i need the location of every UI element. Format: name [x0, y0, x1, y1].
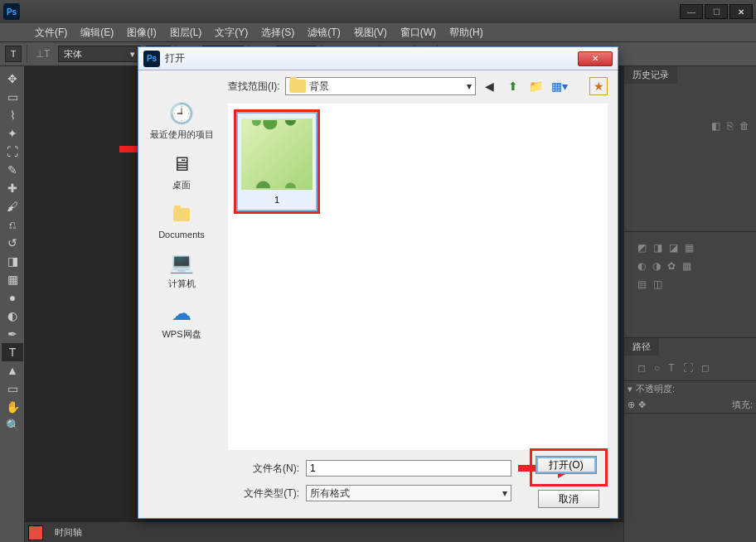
- create-document-icon[interactable]: ⎘: [727, 120, 733, 132]
- blur-tool[interactable]: ●: [2, 288, 23, 307]
- fill-label: 填充:: [732, 399, 753, 411]
- foreground-color-swatch[interactable]: [28, 525, 43, 540]
- chevron-down-icon: ▾: [467, 80, 472, 92]
- window-maximize-button[interactable]: ☐: [705, 4, 728, 19]
- recent-icon: 🕘: [167, 100, 196, 127]
- right-panels: 历史记录 ◧ ⎘ 🗑 ◩ ◨ ◪ ▦ ◐ ◑ ✿ ▦: [623, 66, 756, 542]
- menu-type[interactable]: 文字(Y): [208, 23, 254, 41]
- adjustment-icon[interactable]: ◑: [652, 260, 661, 272]
- menu-view[interactable]: 视图(V): [347, 23, 394, 41]
- adjustment-icon[interactable]: ▦: [682, 260, 691, 272]
- app-titlebar: Ps — ☐ ✕: [0, 0, 756, 23]
- opacity-label: 不透明度:: [636, 383, 675, 395]
- new-folder-button[interactable]: 📁: [527, 77, 545, 95]
- documents-icon: [167, 201, 196, 228]
- menu-window[interactable]: 窗口(W): [394, 23, 443, 41]
- place-desktop[interactable]: 🖥 桌面: [167, 151, 196, 191]
- folder-icon: [289, 80, 306, 93]
- open-button[interactable]: 打开(O): [536, 456, 597, 474]
- thumbnail-preview: [241, 119, 313, 190]
- history-panel-tab[interactable]: 历史记录: [624, 66, 677, 84]
- adjustment-icon[interactable]: ◩: [637, 242, 647, 254]
- up-button[interactable]: ⬆: [504, 77, 522, 95]
- lock-icon[interactable]: ✥: [638, 399, 646, 410]
- adjustment-icon[interactable]: ✿: [667, 260, 676, 272]
- place-computer[interactable]: 💻 计算机: [167, 249, 196, 290]
- path-icon[interactable]: ⛶: [683, 362, 693, 374]
- dialog-title: 打开: [165, 51, 185, 65]
- path-icon[interactable]: T: [668, 362, 674, 374]
- path-icon[interactable]: ○: [654, 362, 660, 374]
- menu-select[interactable]: 选择(S): [254, 23, 301, 41]
- menu-layer[interactable]: 图层(L): [163, 23, 209, 41]
- dodge-tool[interactable]: ◐: [2, 307, 23, 325]
- shape-tool[interactable]: ▭: [2, 380, 23, 398]
- crop-tool[interactable]: ⛶: [2, 143, 23, 161]
- marquee-tool[interactable]: ▭: [2, 88, 23, 106]
- thumbnail-label: 1: [241, 191, 313, 206]
- adjustment-icon[interactable]: ◨: [653, 242, 662, 254]
- window-minimize-button[interactable]: —: [680, 4, 703, 19]
- lasso-tool[interactable]: ⌇: [2, 106, 23, 124]
- menu-help[interactable]: 帮助(H): [443, 23, 490, 41]
- chevron-down-icon: ▾: [502, 487, 507, 499]
- new-snapshot-icon[interactable]: ◧: [711, 120, 720, 132]
- type-tool[interactable]: T: [2, 343, 23, 361]
- filename-input[interactable]: [306, 460, 511, 477]
- file-list[interactable]: 1: [228, 104, 608, 450]
- filename-label: 文件名(N):: [228, 462, 299, 476]
- back-button[interactable]: ◀: [481, 77, 499, 95]
- menu-filter[interactable]: 滤镜(T): [301, 23, 346, 41]
- paths-panel-tab[interactable]: 路径: [624, 338, 659, 356]
- adjustment-icon[interactable]: ◫: [653, 278, 662, 290]
- tools-panel: ✥ ▭ ⌇ ✦ ⛶ ✎ ✚ 🖌 ⎌ ↺ ◨ ▦ ● ◐ ✒ T ▲ ▭ ✋ 🔍: [0, 66, 25, 542]
- menu-edit[interactable]: 编辑(E): [74, 23, 120, 41]
- dialog-close-button[interactable]: ✕: [578, 51, 613, 66]
- filetype-label: 文件类型(T):: [228, 486, 299, 501]
- orientation-toggle-icon[interactable]: ⊥T: [32, 48, 53, 60]
- menu-file[interactable]: 文件(F): [28, 23, 74, 41]
- hand-tool[interactable]: ✋: [2, 398, 23, 416]
- annotation-box-open-button: 打开(O): [530, 448, 608, 486]
- view-menu-button[interactable]: ▦▾: [550, 77, 569, 95]
- filetype-select[interactable]: 所有格式▾: [306, 485, 511, 501]
- brush-tool[interactable]: 🖌: [2, 197, 23, 215]
- menu-image[interactable]: 图像(I): [120, 23, 162, 41]
- favorite-button[interactable]: ★: [589, 77, 608, 95]
- path-icon[interactable]: ◻: [637, 362, 646, 374]
- file-thumbnail-selected[interactable]: 1: [234, 109, 320, 214]
- eyedropper-tool[interactable]: ✎: [2, 161, 23, 179]
- delete-state-icon[interactable]: 🗑: [739, 120, 749, 132]
- menu-bar: 文件(F) 编辑(E) 图像(I) 图层(L) 文字(Y) 选择(S) 滤镜(T…: [0, 23, 756, 41]
- adjustment-icon[interactable]: ◪: [669, 242, 678, 254]
- place-recent[interactable]: 🕘 最近使用的项目: [150, 100, 214, 141]
- magic-wand-tool[interactable]: ✦: [2, 124, 23, 143]
- open-dialog: Ps 打开 ✕ 🕘 最近使用的项目 🖥 桌面 Documents 💻 计算机 ☁: [138, 46, 618, 519]
- gradient-tool[interactable]: ▦: [2, 270, 23, 288]
- path-icon[interactable]: ◻: [701, 362, 710, 374]
- timeline-label: 时间轴: [55, 526, 82, 539]
- eraser-tool[interactable]: ◨: [2, 252, 23, 270]
- cancel-button[interactable]: 取消: [538, 490, 599, 508]
- place-documents[interactable]: Documents: [158, 201, 205, 240]
- app-logo: Ps: [3, 3, 20, 20]
- cloud-icon: ☁: [167, 300, 196, 327]
- font-family-select[interactable]: 宋体▾: [58, 46, 141, 62]
- status-bar: 时间轴: [25, 522, 623, 542]
- type-tool-preset[interactable]: T: [5, 46, 22, 62]
- window-close-button[interactable]: ✕: [729, 4, 753, 19]
- history-brush-tool[interactable]: ↺: [2, 234, 23, 252]
- adjustment-icon[interactable]: ▦: [685, 242, 694, 254]
- lookin-combo[interactable]: 背景 ▾: [285, 77, 476, 95]
- healing-brush-tool[interactable]: ✚: [2, 179, 23, 197]
- adjustment-icon[interactable]: ◐: [637, 260, 646, 272]
- path-select-tool[interactable]: ▲: [2, 361, 23, 380]
- place-wps[interactable]: ☁ WPS网盘: [162, 300, 201, 341]
- adjustment-icon[interactable]: ▤: [637, 278, 647, 290]
- dialog-places-sidebar: 🕘 最近使用的项目 🖥 桌面 Documents 💻 计算机 ☁ WPS网盘: [138, 70, 225, 518]
- clone-stamp-tool[interactable]: ⎌: [2, 215, 23, 234]
- lock-icon[interactable]: ⊕: [628, 399, 635, 410]
- pen-tool[interactable]: ✒: [2, 325, 23, 343]
- zoom-tool[interactable]: 🔍: [2, 416, 23, 434]
- move-tool[interactable]: ✥: [2, 70, 23, 88]
